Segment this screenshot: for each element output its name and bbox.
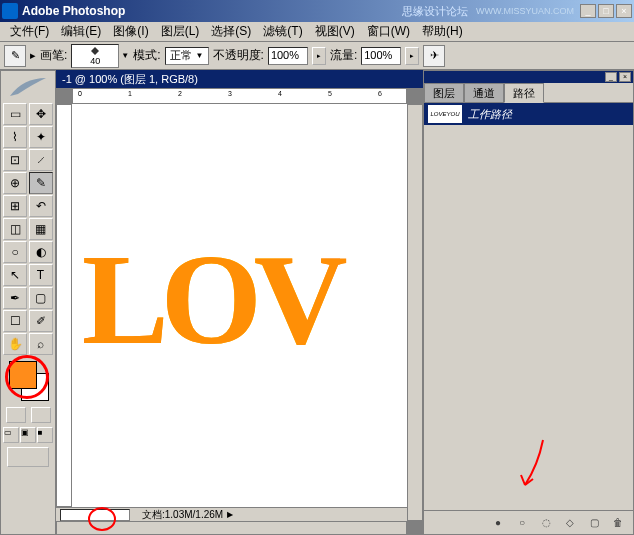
panel-minimize-button[interactable]: _ — [605, 72, 617, 82]
app-title: Adobe Photoshop — [22, 4, 402, 18]
mode-label: 模式: — [133, 47, 160, 64]
wand-tool[interactable]: ✦ — [29, 126, 53, 148]
selection-to-path-icon[interactable]: ◇ — [563, 516, 577, 530]
eyedropper-tool[interactable]: ✐ — [29, 310, 53, 332]
maximize-button[interactable]: □ — [598, 4, 614, 18]
status-menu-arrow[interactable]: ▶ — [227, 510, 233, 519]
menu-select[interactable]: 选择(S) — [205, 21, 257, 42]
panel-close-button[interactable]: × — [619, 72, 631, 82]
fill-path-icon[interactable]: ● — [491, 516, 505, 530]
scrollbar-vertical[interactable] — [407, 104, 423, 521]
doc-size-value: 1.03M/1.26M — [165, 509, 223, 520]
ruler-vertical — [56, 104, 72, 507]
current-tool-icon[interactable]: ✎ — [4, 45, 26, 67]
airbrush-toggle[interactable]: ✈ — [423, 45, 445, 67]
history-brush-tool[interactable]: ↶ — [29, 195, 53, 217]
new-path-icon[interactable]: ▢ — [587, 516, 601, 530]
paths-panel: _ × 图层 通道 路径 LOVEYOU 工作路径 ● ○ ◌ ◇ ▢ 🗑 — [423, 70, 634, 535]
watermark: WWW.MISSYUAN.COM — [476, 6, 574, 16]
annotation-arrow — [513, 435, 553, 495]
pen-tool[interactable]: ✒ — [3, 287, 27, 309]
marquee-tool[interactable]: ▭ — [3, 103, 27, 125]
panel-footer: ● ○ ◌ ◇ ▢ 🗑 — [424, 510, 633, 534]
zoom-input[interactable] — [60, 509, 130, 521]
lasso-tool[interactable]: ⌇ — [3, 126, 27, 148]
document-window: -1 @ 100% (图层 1, RGB/8) 0 1 2 3 4 5 6 LO… — [56, 70, 423, 535]
brush-preset-picker[interactable]: 40 — [71, 44, 119, 68]
color-swatches — [3, 361, 53, 403]
panel-body — [424, 125, 633, 510]
opacity-input[interactable]: 100% — [268, 47, 308, 65]
path-name: 工作路径 — [468, 107, 512, 122]
canvas[interactable]: LOV — [72, 104, 407, 507]
eraser-tool[interactable]: ◫ — [3, 218, 27, 240]
menu-window[interactable]: 窗口(W) — [361, 21, 416, 42]
screen-mode-full[interactable]: ■ — [37, 427, 53, 443]
jump-to-imageready[interactable] — [7, 447, 49, 467]
menu-layer[interactable]: 图层(L) — [155, 21, 206, 42]
menu-file[interactable]: 文件(F) — [4, 21, 55, 42]
screen-mode-standard[interactable]: ▭ — [3, 427, 19, 443]
panel-titlebar: _ × — [424, 71, 633, 83]
menu-help[interactable]: 帮助(H) — [416, 21, 469, 42]
canvas-artwork: LOV — [82, 224, 340, 374]
path-select-tool[interactable]: ↖ — [3, 264, 27, 286]
tab-paths[interactable]: 路径 — [504, 83, 544, 103]
tab-layers[interactable]: 图层 — [424, 83, 464, 102]
gradient-tool[interactable]: ▦ — [29, 218, 53, 240]
standard-mode-button[interactable] — [6, 407, 26, 423]
zoom-tool[interactable]: ⌕ — [29, 333, 53, 355]
crop-tool[interactable]: ⊡ — [3, 149, 27, 171]
shape-tool[interactable]: ▢ — [29, 287, 53, 309]
menu-edit[interactable]: 编辑(E) — [55, 21, 107, 42]
scrollbar-horizontal[interactable] — [56, 521, 407, 535]
titlebar: Adobe Photoshop 思缘设计论坛 WWW.MISSYUAN.COM … — [0, 0, 634, 22]
toolbox: ▭ ✥ ⌇ ✦ ⊡ ⟋ ⊕ ✎ ⊞ ↶ ◫ ▦ ○ ◐ ↖ T ✒ ▢ ☐ ✐ … — [0, 70, 56, 535]
menu-image[interactable]: 图像(I) — [107, 21, 154, 42]
forum-label: 思缘设计论坛 — [402, 4, 468, 19]
toolbox-header-icon — [3, 73, 53, 101]
stamp-tool[interactable]: ⊞ — [3, 195, 27, 217]
screen-mode-full-menu[interactable]: ▣ — [20, 427, 36, 443]
stroke-path-icon[interactable]: ○ — [515, 516, 529, 530]
brush-tool[interactable]: ✎ — [29, 172, 53, 194]
brush-label: 画笔: — [40, 47, 67, 64]
dodge-tool[interactable]: ◐ — [29, 241, 53, 263]
options-bar: ✎ ▸ 画笔: 40 ▼ 模式: 正常 ▼ 不透明度: 100% ▸ 流量: 1… — [0, 42, 634, 70]
notes-tool[interactable]: ☐ — [3, 310, 27, 332]
blur-tool[interactable]: ○ — [3, 241, 27, 263]
flow-slider-button[interactable]: ▸ — [405, 47, 419, 65]
path-thumbnail: LOVEYOU — [428, 105, 462, 123]
brush-size-value: 40 — [90, 56, 100, 66]
flow-label: 流量: — [330, 47, 357, 64]
move-tool[interactable]: ✥ — [29, 103, 53, 125]
status-bar: 文档: 1.03M/1.26M ▶ — [56, 507, 407, 521]
mode-value: 正常 — [170, 48, 192, 63]
heal-tool[interactable]: ⊕ — [3, 172, 27, 194]
hand-tool[interactable]: ✋ — [3, 333, 27, 355]
opacity-label: 不透明度: — [213, 47, 264, 64]
close-button[interactable]: × — [616, 4, 632, 18]
foreground-color[interactable] — [9, 361, 37, 389]
doc-size-label: 文档: — [142, 508, 165, 522]
tab-channels[interactable]: 通道 — [464, 83, 504, 102]
menubar: 文件(F) 编辑(E) 图像(I) 图层(L) 选择(S) 滤镜(T) 视图(V… — [0, 22, 634, 42]
quickmask-mode-button[interactable] — [31, 407, 51, 423]
minimize-button[interactable]: _ — [580, 4, 596, 18]
document-title: -1 @ 100% (图层 1, RGB/8) — [56, 70, 423, 88]
slice-tool[interactable]: ⟋ — [29, 149, 53, 171]
app-icon — [2, 3, 18, 19]
ruler-horizontal: 0 1 2 3 4 5 6 — [72, 88, 407, 104]
path-to-selection-icon[interactable]: ◌ — [539, 516, 553, 530]
flow-input[interactable]: 100% — [361, 47, 401, 65]
path-item-work[interactable]: LOVEYOU 工作路径 — [424, 103, 633, 125]
delete-path-icon[interactable]: 🗑 — [611, 516, 625, 530]
menu-filter[interactable]: 滤镜(T) — [257, 21, 308, 42]
blend-mode-dropdown[interactable]: 正常 ▼ — [165, 47, 209, 65]
menu-view[interactable]: 视图(V) — [309, 21, 361, 42]
opacity-slider-button[interactable]: ▸ — [312, 47, 326, 65]
type-tool[interactable]: T — [29, 264, 53, 286]
